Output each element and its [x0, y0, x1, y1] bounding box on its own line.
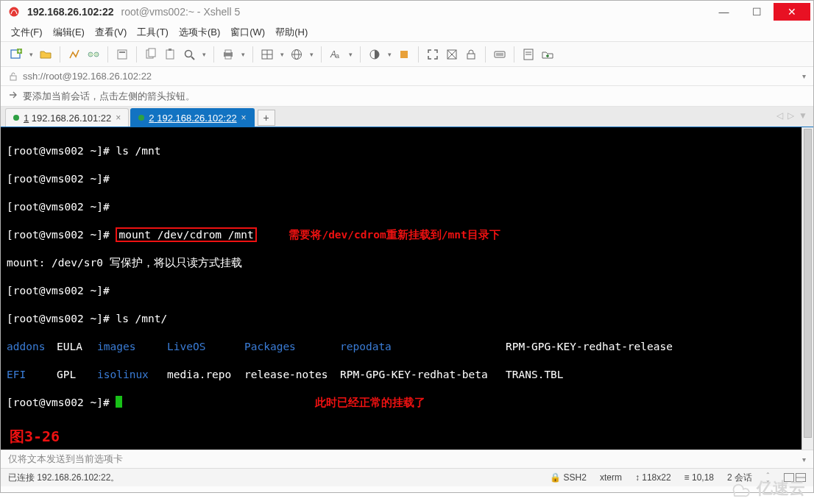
window-title: 192.168.26.102:22	[27, 6, 114, 18]
svg-rect-11	[169, 49, 171, 51]
scrollbar-thumb[interactable]	[804, 129, 812, 438]
svg-rect-34	[10, 76, 16, 80]
menu-help[interactable]: 帮助(H)	[275, 26, 308, 39]
terminal-area: [root@vms002 ~]# ls /mnt [root@vms002 ~]…	[1, 127, 813, 450]
annotation-2: 此时已经正常的挂载了	[315, 397, 425, 408]
send-bar[interactable]: 仅将文本发送到当前选项卡 ▾	[1, 450, 813, 469]
status-dot-icon	[13, 115, 19, 121]
print-dd[interactable]: ▾	[239, 51, 247, 58]
script-icon[interactable]	[520, 46, 537, 63]
print-icon[interactable]	[220, 46, 236, 63]
session-stepper[interactable]: ⌃⌄	[765, 472, 771, 483]
reconnect-icon[interactable]	[66, 46, 82, 63]
cursor	[116, 396, 122, 408]
svg-rect-7	[119, 52, 125, 53]
window-subtitle: root@vms002:~ - Xshell 5	[121, 6, 241, 18]
lock-icon[interactable]	[463, 46, 479, 63]
status-pos: 10,18	[692, 472, 714, 483]
status-dot-icon	[138, 115, 144, 121]
svg-rect-27	[467, 54, 475, 59]
svg-rect-14	[225, 50, 231, 53]
tab-nav: ◁ ▷ ▼	[776, 110, 807, 121]
menu-tools[interactable]: 工具(T)	[137, 26, 169, 39]
menu-edit[interactable]: 编辑(E)	[53, 26, 85, 39]
tab-close-icon[interactable]: ×	[116, 113, 121, 123]
app-icon	[8, 6, 20, 18]
properties-icon[interactable]	[114, 46, 130, 63]
resize-icon: ↕	[635, 472, 640, 483]
close-button[interactable]: ✕	[774, 3, 810, 21]
tab-prev-icon[interactable]: ◁	[776, 110, 783, 121]
tab-list-icon[interactable]: ▼	[799, 110, 807, 121]
tab-add-button[interactable]: +	[258, 110, 275, 126]
svg-rect-25	[400, 51, 408, 58]
tab-2-active[interactable]: 2 192.168.26.102:22 ×	[130, 108, 254, 127]
titlebar: 192.168.26.102:22 root@vms002:~ - Xshell…	[1, 1, 813, 23]
svg-rect-6	[118, 50, 127, 59]
minimize-button[interactable]: —	[707, 3, 740, 21]
color-dd[interactable]: ▾	[386, 51, 393, 58]
send-dd[interactable]: ▾	[802, 455, 806, 464]
disconnect-icon[interactable]	[85, 46, 102, 63]
menu-view[interactable]: 查看(V)	[95, 26, 127, 39]
svg-rect-35	[785, 474, 794, 482]
new-session-dd[interactable]: ▾	[27, 51, 35, 58]
status-term: xterm	[600, 472, 622, 483]
open-session-icon[interactable]	[38, 46, 54, 63]
status-size: 118x22	[642, 472, 670, 483]
encoding-icon[interactable]	[289, 46, 305, 63]
svg-rect-5	[92, 54, 95, 55]
status-ssh: SSH2	[564, 472, 587, 483]
new-session-icon[interactable]	[8, 46, 24, 63]
tab-close-icon[interactable]: ×	[241, 113, 247, 123]
terminal-scrollbar[interactable]	[801, 127, 813, 450]
maximize-button[interactable]: ☐	[740, 3, 774, 21]
hint-text: 要添加当前会话，点击左侧的箭头按钮。	[23, 90, 195, 103]
address-text[interactable]: ssh://root@192.168.26.102:22	[23, 71, 152, 82]
paste-icon[interactable]	[162, 46, 178, 63]
tab-1[interactable]: 1 192.168.26.101:22 ×	[5, 108, 129, 127]
annotation-1: 需要将/dev/cdrom重新挂载到/mnt目录下	[289, 229, 500, 241]
menu-window[interactable]: 窗口(W)	[230, 26, 265, 39]
keyboard-icon[interactable]	[492, 46, 508, 63]
tab-index: 1	[24, 113, 29, 124]
tab-bar: 1 192.168.26.101:22 × 2 192.168.26.102:2…	[1, 107, 813, 127]
menu-tabs[interactable]: 选项卡(B)	[179, 26, 220, 39]
lock-open-icon	[8, 71, 18, 82]
tab-label: 192.168.26.102:22	[157, 113, 236, 124]
transparency-icon[interactable]	[444, 46, 460, 63]
send-placeholder: 仅将文本发送到当前选项卡	[8, 452, 123, 466]
encoding-dd[interactable]: ▾	[308, 51, 315, 58]
pane-buttons[interactable]	[784, 473, 806, 482]
hint-arrow-icon[interactable]	[8, 90, 18, 102]
highlight-icon[interactable]	[396, 46, 412, 63]
status-bar: 已连接 192.168.26.102:22。 🔒 SSH2 xterm ↕ 11…	[1, 469, 813, 486]
tab-next-icon[interactable]: ▷	[788, 110, 794, 121]
highlighted-command: mount /dev/cdrom /mnt	[116, 227, 256, 242]
layout-icon[interactable]	[259, 46, 275, 63]
font-icon[interactable]: Aa	[328, 46, 344, 63]
svg-point-0	[10, 7, 19, 17]
color-scheme-icon[interactable]	[367, 46, 383, 63]
svg-point-12	[185, 50, 192, 57]
menubar: 文件(F) 编辑(E) 查看(V) 工具(T) 选项卡(B) 窗口(W) 帮助(…	[1, 23, 813, 42]
search-dd[interactable]: ▾	[200, 51, 208, 58]
search-icon[interactable]	[181, 46, 197, 63]
hint-bar: 要添加当前会话，点击左侧的箭头按钮。	[1, 86, 813, 107]
address-dd[interactable]: ▾	[802, 72, 806, 80]
window-controls: — ☐ ✕	[707, 3, 810, 21]
xftp-icon[interactable]	[539, 46, 556, 63]
terminal[interactable]: [root@vms002 ~]# ls /mnt [root@vms002 ~]…	[1, 127, 801, 450]
svg-text:a: a	[336, 52, 339, 60]
svg-rect-10	[166, 50, 174, 59]
svg-rect-9	[149, 49, 155, 57]
svg-rect-15	[225, 56, 231, 59]
figure-label: 图3-26	[10, 430, 60, 444]
menu-file[interactable]: 文件(F)	[11, 26, 43, 39]
copy-icon[interactable]	[143, 46, 159, 63]
svg-rect-28	[495, 52, 505, 57]
layout-dd[interactable]: ▾	[278, 51, 286, 58]
fullscreen-icon[interactable]	[425, 46, 441, 63]
status-sessions: 2 会话	[727, 472, 752, 484]
font-dd[interactable]: ▾	[347, 51, 354, 58]
